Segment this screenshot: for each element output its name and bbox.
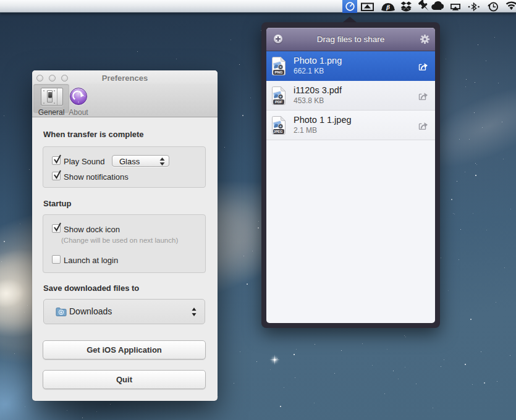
svg-text:β: β [386, 3, 390, 10]
svg-text:PNG: PNG [274, 70, 282, 74]
svg-text:JPEG: JPEG [274, 130, 283, 133]
svg-text:PDF: PDF [275, 100, 282, 104]
